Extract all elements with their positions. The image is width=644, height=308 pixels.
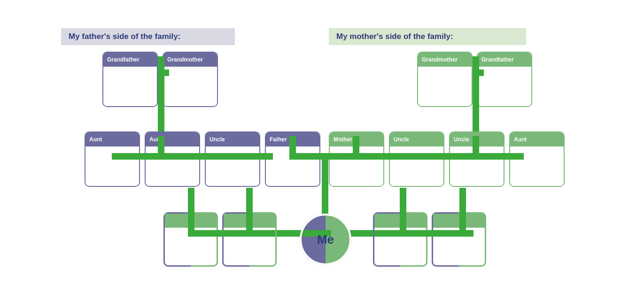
grandfather-father-label: Grandfather (107, 56, 140, 63)
gen2-mother-vert-down (473, 136, 479, 160)
grandmother-mother-label: Grandmother (422, 56, 458, 63)
gp-mother-vert (473, 56, 479, 136)
left-sib-top-horiz (188, 230, 255, 237)
right-sib1-vert (400, 188, 406, 237)
gp-father-vert (158, 56, 164, 136)
gen2-father-vert-down (158, 136, 164, 160)
gen2-father-horiz (112, 153, 273, 160)
card-grandfather-mother: Grandfather (477, 52, 532, 107)
aunt1-label: Aunt (89, 136, 102, 143)
uncle3-label: Uncle (454, 136, 469, 143)
family-tree-page: My father's side of the family: My mothe… (0, 0, 644, 308)
card-grandfather-father: Grandfather (102, 52, 158, 107)
left-sib2-vert (246, 188, 253, 237)
me-circle: Me (300, 214, 351, 265)
aunt3-label: Aunt (514, 136, 527, 143)
card-brother2-wrapper: Brother (432, 212, 486, 267)
grandmother-father-label: Grandmother (167, 56, 203, 63)
father-label: Father (270, 136, 287, 143)
gp-father-top-horiz (158, 69, 169, 76)
uncle1-label: Uncle (209, 136, 225, 143)
parents-horiz (289, 153, 359, 160)
gen2-mother-horiz (356, 153, 524, 160)
me-label: Me (317, 232, 334, 247)
parents-to-me-vert (322, 160, 328, 221)
right-sib-top-horiz (400, 230, 466, 237)
mother-side-banner: My mother's side of the family: (329, 28, 526, 45)
grandfather-mother-label: Grandfather (481, 56, 514, 63)
father-side-label: My father's side of the family: (69, 32, 180, 41)
left-sib1-vert (188, 188, 194, 237)
card-grandmother-father: Grandmother (163, 52, 218, 107)
mother-label: Mother (334, 136, 352, 143)
uncle2-label: Uncle (394, 136, 409, 143)
card-grandmother-mother: Grandmother (417, 52, 473, 107)
father-side-banner: My father's side of the family: (61, 28, 235, 45)
right-sib2-vert (459, 188, 466, 237)
mother-side-label: My mother's side of the family: (336, 32, 453, 41)
